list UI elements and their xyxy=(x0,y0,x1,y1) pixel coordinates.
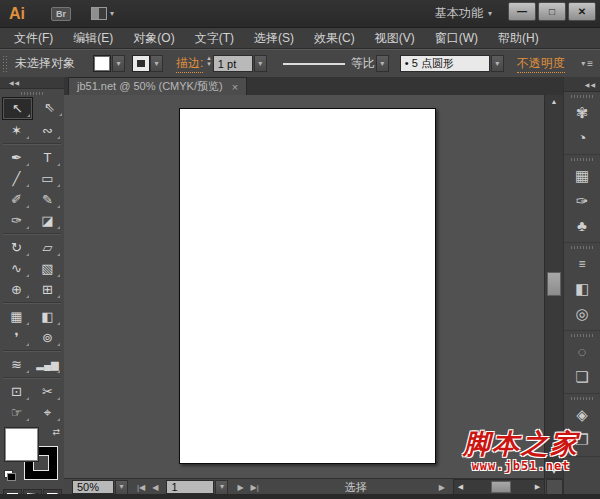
stroke-width-stepper[interactable]: ▴ ▾ xyxy=(207,58,211,70)
horizontal-scrollbar-thumb[interactable] xyxy=(491,481,511,493)
direct-selection-tool[interactable]: ⇖ xyxy=(35,97,64,118)
scroll-right-icon[interactable]: ▶ xyxy=(531,483,544,491)
dock-drag-handle-icon[interactable] xyxy=(571,158,593,161)
stroke-panel[interactable]: ≡ xyxy=(564,251,600,276)
appearance-panel[interactable]: ◌ xyxy=(564,339,600,364)
brush-definition-dropdown[interactable]: ▾ xyxy=(491,55,504,72)
line-segment-tool[interactable]: ╱ xyxy=(2,168,31,189)
zoom-tool[interactable]: ⌖ xyxy=(33,402,62,423)
vertical-scrollbar-thumb[interactable] xyxy=(547,272,561,296)
menu-item-3[interactable]: 文字(T) xyxy=(185,28,244,49)
stroke-width-dropdown[interactable]: ▾ xyxy=(254,55,267,72)
zoom-level-dropdown[interactable]: ▾ xyxy=(115,480,128,495)
rectangle-tool[interactable]: ▭ xyxy=(33,168,62,189)
horizontal-scrollbar-track[interactable] xyxy=(467,480,531,494)
type-tool[interactable]: T xyxy=(33,147,62,168)
mesh-tool[interactable]: ▦ xyxy=(2,306,31,327)
brush-definition-field[interactable]: • 5 点圆形 xyxy=(400,55,490,72)
control-panel-menu-button[interactable]: ▾ ≡ xyxy=(581,58,593,69)
dock-drag-handle-icon[interactable] xyxy=(571,95,593,98)
artboard-number-field[interactable]: 1 xyxy=(166,480,214,494)
first-artboard-button[interactable]: |◀ xyxy=(137,483,145,492)
bridge-button[interactable]: Br xyxy=(51,7,71,21)
document-tab[interactable]: jb51.net @ 50% (CMYK/预览) × xyxy=(68,77,247,95)
panel-grip-icon[interactable] xyxy=(2,55,7,73)
canvas-area[interactable] xyxy=(64,95,545,478)
menu-item-5[interactable]: 效果(C) xyxy=(304,28,365,49)
dock-drag-handle-icon[interactable] xyxy=(571,334,593,337)
stepper-down-icon[interactable]: ▾ xyxy=(207,64,211,70)
status-flyout-icon[interactable]: ▶ xyxy=(439,483,445,492)
color-guide-panel[interactable]: ◔ xyxy=(564,125,600,150)
artboards-panel[interactable]: ❐ xyxy=(564,427,600,452)
width-tool[interactable]: ∿ xyxy=(2,258,31,279)
fill-color-dropdown[interactable]: ▾ xyxy=(112,55,125,72)
tools-drag-handle-icon[interactable] xyxy=(21,92,43,95)
maximize-button[interactable]: □ xyxy=(538,2,566,21)
tools-collapse-button[interactable]: ◀◀ xyxy=(0,77,64,89)
transparency-panel[interactable]: ◎ xyxy=(564,301,600,326)
previous-artboard-button[interactable]: ◀ xyxy=(152,483,158,492)
menu-item-7[interactable]: 窗口(W) xyxy=(425,28,488,49)
fill-color-swatch[interactable] xyxy=(93,55,111,72)
pencil-tool[interactable]: ✎ xyxy=(33,189,62,210)
fill-indicator[interactable] xyxy=(5,428,38,461)
symbol-sprayer-tool[interactable]: ≋ xyxy=(2,354,31,375)
eraser-tool[interactable]: ◪ xyxy=(33,210,62,231)
close-button[interactable]: ✕ xyxy=(568,2,596,21)
lasso-tool[interactable]: ∾ xyxy=(33,120,62,141)
menu-item-6[interactable]: 视图(V) xyxy=(365,28,425,49)
brushes-panel[interactable]: ✑ xyxy=(564,188,600,213)
swap-fill-stroke-icon[interactable]: ⇄ xyxy=(52,427,60,437)
paintbrush-tool[interactable]: ✐ xyxy=(2,189,31,210)
last-artboard-button[interactable]: ▶| xyxy=(251,483,259,492)
shape-builder-tool[interactable]: ⊕ xyxy=(2,279,31,300)
magic-wand-tool[interactable]: ✶ xyxy=(2,120,31,141)
menu-item-8[interactable]: 帮助(H) xyxy=(488,28,549,49)
selection-tool[interactable]: ↖ xyxy=(2,97,33,120)
arrange-documents-button[interactable]: ▾ xyxy=(91,7,114,20)
scroll-left-icon[interactable]: ◀ xyxy=(454,483,467,491)
color-panel[interactable]: ✾ xyxy=(564,100,600,125)
stroke-width-field[interactable]: 1 pt xyxy=(213,55,253,72)
gradient-panel[interactable]: ◧ xyxy=(564,276,600,301)
stroke-panel-link[interactable]: 描边: xyxy=(176,55,203,73)
menu-item-4[interactable]: 选择(S) xyxy=(244,28,304,49)
dock-drag-handle-icon[interactable] xyxy=(571,246,593,249)
layers-panel[interactable]: ◈ xyxy=(564,402,600,427)
eyedropper-tool[interactable]: ❜ xyxy=(2,327,31,348)
artboard-tool[interactable]: ⊡ xyxy=(2,381,31,402)
rotate-tool[interactable]: ↻ xyxy=(2,237,31,258)
hand-tool[interactable]: ☞ xyxy=(2,402,31,423)
opacity-panel-link[interactable]: 不透明度 xyxy=(517,55,565,73)
artboard[interactable] xyxy=(179,108,436,464)
tab-close-icon[interactable]: × xyxy=(232,81,238,93)
menu-item-1[interactable]: 编辑(E) xyxy=(63,28,123,49)
blend-tool[interactable]: ⊚ xyxy=(33,327,62,348)
dock-expand-button[interactable]: ◀◀ xyxy=(564,77,600,92)
next-artboard-button[interactable]: ▶ xyxy=(237,483,243,492)
pen-tool[interactable]: ✒ xyxy=(2,147,31,168)
stroke-color-swatch[interactable] xyxy=(133,56,149,71)
zoom-level-field[interactable]: 50% xyxy=(72,480,114,494)
scale-tool[interactable]: ▱ xyxy=(33,237,62,258)
stroke-color-dropdown[interactable]: ▾ xyxy=(150,55,163,72)
graphic-styles-panel[interactable]: ❏ xyxy=(564,364,600,389)
minimize-button[interactable]: — xyxy=(508,2,536,21)
gradient-tool[interactable]: ◧ xyxy=(33,306,62,327)
artboard-number-dropdown[interactable]: ▾ xyxy=(215,480,228,495)
free-transform-tool[interactable]: ▧ xyxy=(33,258,62,279)
scroll-up-icon[interactable]: ▲ xyxy=(545,95,563,108)
scroll-down-icon[interactable]: ▼ xyxy=(545,465,563,478)
horizontal-scrollbar[interactable]: ◀ ▶ xyxy=(453,479,545,495)
default-fill-stroke-icon[interactable] xyxy=(4,470,16,481)
blob-brush-tool[interactable]: ✑ xyxy=(2,210,31,231)
perspective-grid-tool[interactable]: ⊞ xyxy=(33,279,62,300)
menu-item-0[interactable]: 文件(F) xyxy=(4,28,63,49)
vertical-scrollbar[interactable]: ▲ ▼ xyxy=(544,95,563,478)
column-graph-tool[interactable]: ▂▄▆ xyxy=(33,354,62,375)
dock-drag-handle-icon[interactable] xyxy=(571,397,593,400)
profile-dropdown[interactable]: ▾ xyxy=(376,55,389,72)
slice-tool[interactable]: ✂ xyxy=(33,381,62,402)
swatches-panel[interactable]: ▦ xyxy=(564,163,600,188)
